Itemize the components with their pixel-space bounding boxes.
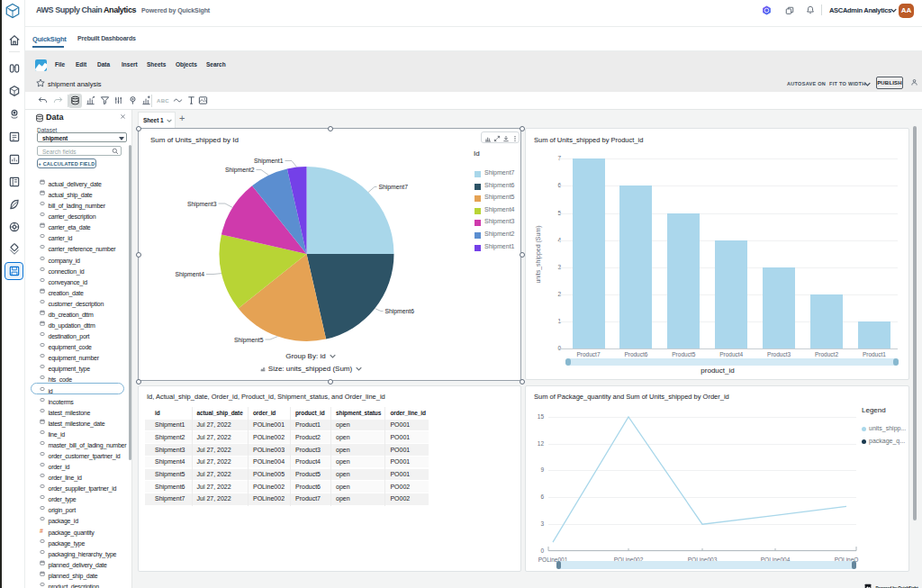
svg-text:Shipment1: Shipment1 (254, 158, 284, 165)
svg-text:Shipment6: Shipment6 (385, 308, 415, 315)
svg-text:Shipment4: Shipment4 (176, 271, 205, 278)
svg-text:Shipment3: Shipment3 (187, 201, 217, 208)
svg-text:Shipment5: Shipment5 (234, 337, 264, 344)
svg-text:Shipment2: Shipment2 (225, 167, 255, 174)
svg-text:Shipment7: Shipment7 (379, 184, 409, 191)
